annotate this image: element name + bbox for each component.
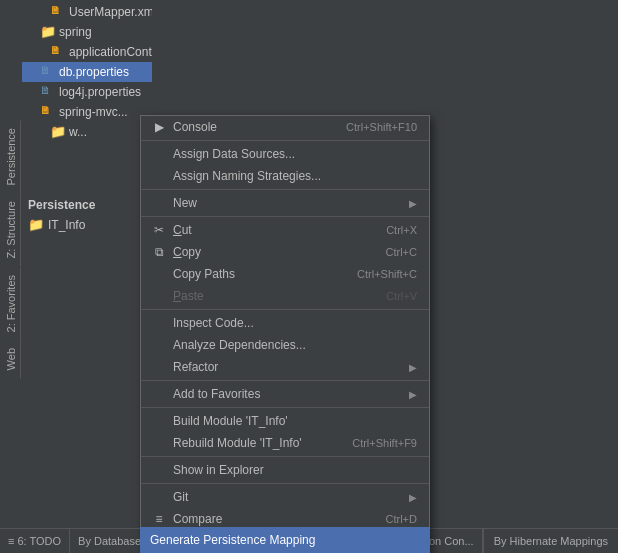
cut-icon: ✂ <box>151 222 167 238</box>
menu-label: Generate Persistence Mapping <box>150 533 315 547</box>
menu-shortcut: Ctrl+X <box>386 224 417 236</box>
menu-item-copy-paths[interactable]: Copy Paths Ctrl+Shift+C <box>141 263 429 285</box>
tree-panel: 🗎 UserMapper.xml 📁 spring 🗎 applicationC… <box>22 0 152 510</box>
menu-label: Compare <box>173 512 222 526</box>
menu-item-add-favorites[interactable]: Add to Favorites ▶ <box>141 383 429 405</box>
menu-label: Refactor <box>173 360 218 374</box>
menu-label: Assign Data Sources... <box>173 147 295 161</box>
menu-shortcut: Ctrl+Shift+F9 <box>352 437 417 449</box>
tree-item-label: log4j.properties <box>59 85 141 99</box>
analyze-icon <box>151 337 167 353</box>
menu-item-cut[interactable]: ✂ Cut Ctrl+X <box>141 219 429 241</box>
menu-shortcut: Ctrl+Shift+C <box>357 268 417 280</box>
menu-shortcut: Ctrl+C <box>386 246 417 258</box>
submenu-arrow: ▶ <box>409 198 417 209</box>
menu-shortcut: Ctrl+Shift+F10 <box>346 121 417 133</box>
menu-separator <box>141 309 429 310</box>
git-icon <box>151 489 167 505</box>
menu-label: Add to Favorites <box>173 387 260 401</box>
menu-separator <box>141 380 429 381</box>
menu-item-inspect[interactable]: Inspect Code... <box>141 312 429 334</box>
menu-item-console[interactable]: ▶ Console Ctrl+Shift+F10 <box>141 116 429 138</box>
explorer-icon <box>151 462 167 478</box>
build-icon <box>151 413 167 429</box>
hibernate-mappings-btn[interactable]: By Hibernate Mappings <box>483 529 618 554</box>
menu-item-assign-data[interactable]: Assign Data Sources... <box>141 143 429 165</box>
menu-separator <box>141 189 429 190</box>
sidebar-tab-web[interactable]: Web <box>2 340 21 378</box>
tree-item-label: applicationContext.xml <box>69 45 152 59</box>
rebuild-icon <box>151 435 167 451</box>
tree-item-dbprops[interactable]: 🗎 db.properties <box>22 62 152 82</box>
folder-icon: 📁 <box>50 124 66 140</box>
menu-label: Show in Explorer <box>173 463 264 477</box>
left-sidebar: Persistence Z: Structure 2: Favorites We… <box>0 0 22 553</box>
menu-separator <box>141 407 429 408</box>
menu-label: Copy <box>173 245 201 259</box>
inspect-icon <box>151 315 167 331</box>
refactor-icon <box>151 359 167 375</box>
menu-item-rebuild-module[interactable]: Rebuild Module 'IT_Info' Ctrl+Shift+F9 <box>141 432 429 454</box>
menu-item-git[interactable]: Git ▶ <box>141 486 429 508</box>
compare-icon: ≡ <box>151 511 167 527</box>
tree-item-w[interactable]: 📁 w... <box>22 122 152 142</box>
copy-icon: ⧉ <box>151 244 167 260</box>
menu-separator <box>141 483 429 484</box>
menu-label: Build Module 'IT_Info' <box>173 414 288 428</box>
menu-label: Rebuild Module 'IT_Info' <box>173 436 302 450</box>
folder-icon: 📁 <box>40 24 56 40</box>
menu-separator <box>141 216 429 217</box>
tree-item-log4j[interactable]: 🗎 log4j.properties <box>22 82 152 102</box>
menu-label: New <box>173 196 197 210</box>
context-menu: ▶ Console Ctrl+Shift+F10 Assign Data Sou… <box>140 115 430 553</box>
menu-item-paste[interactable]: Paste Ctrl+V <box>141 285 429 307</box>
sidebar-tab-structure[interactable]: Z: Structure <box>2 193 21 266</box>
xml-file-icon: 🗎 <box>40 104 56 120</box>
menu-item-assign-naming[interactable]: Assign Naming Strategies... <box>141 165 429 187</box>
bottom-tab-todo[interactable]: ≡ 6: TODO <box>0 529 70 553</box>
persistence-item-label: IT_Info <box>48 218 85 232</box>
submenu-arrow: ▶ <box>409 389 417 400</box>
menu-item-generate-persistence[interactable]: Generate Persistence Mapping <box>140 527 430 553</box>
tree-item-appcontext[interactable]: 🗎 applicationContext.xml <box>22 42 152 62</box>
xml-file-icon: 🗎 <box>50 4 66 20</box>
menu-label: Analyze Dependencies... <box>173 338 306 352</box>
tree-item-label: w... <box>69 125 87 139</box>
persistence-folder-icon: 📁 <box>28 217 44 232</box>
menu-item-copy[interactable]: ⧉ Copy Ctrl+C <box>141 241 429 263</box>
menu-shortcut: Ctrl+V <box>386 290 417 302</box>
sidebar-tab-persistence[interactable]: Persistence <box>2 120 21 193</box>
menu-item-new[interactable]: New ▶ <box>141 192 429 214</box>
tree-item-spring[interactable]: 📁 spring <box>22 22 152 42</box>
persistence-header: Persistence <box>22 195 150 215</box>
menu-item-build-module[interactable]: Build Module 'IT_Info' <box>141 410 429 432</box>
tree-item-label: db.properties <box>59 65 129 79</box>
tree-item-springmvc[interactable]: 🗎 spring-mvc... <box>22 102 152 122</box>
menu-separator <box>141 456 429 457</box>
menu-item-refactor[interactable]: Refactor ▶ <box>141 356 429 378</box>
submenu-arrow: ▶ <box>409 492 417 503</box>
menu-label: Git <box>173 490 188 504</box>
props-file-icon: 🗎 <box>40 64 56 80</box>
tree-item-usermapper[interactable]: 🗎 UserMapper.xml <box>22 2 152 22</box>
menu-label: Console <box>173 120 217 134</box>
tree-item-label: spring <box>59 25 92 39</box>
menu-separator <box>141 140 429 141</box>
favorites-icon <box>151 386 167 402</box>
paste-icon <box>151 288 167 304</box>
new-icon <box>151 195 167 211</box>
menu-label: Copy Paths <box>173 267 235 281</box>
xml-file-icon: 🗎 <box>50 44 66 60</box>
menu-item-show-explorer[interactable]: Show in Explorer <box>141 459 429 481</box>
console-icon: ▶ <box>151 119 167 135</box>
sidebar-tab-favorites[interactable]: 2: Favorites <box>2 267 21 340</box>
copy-paths-icon <box>151 266 167 282</box>
tree-item-label: UserMapper.xml <box>69 5 152 19</box>
menu-shortcut: Ctrl+D <box>386 513 417 525</box>
persistence-item[interactable]: 📁 IT_Info <box>22 215 150 234</box>
menu-label: Paste <box>173 289 204 303</box>
submenu-arrow: ▶ <box>409 362 417 373</box>
menu-item-analyze[interactable]: Analyze Dependencies... <box>141 334 429 356</box>
menu-label: Cut <box>173 223 192 237</box>
menu-label: Assign Naming Strategies... <box>173 169 321 183</box>
